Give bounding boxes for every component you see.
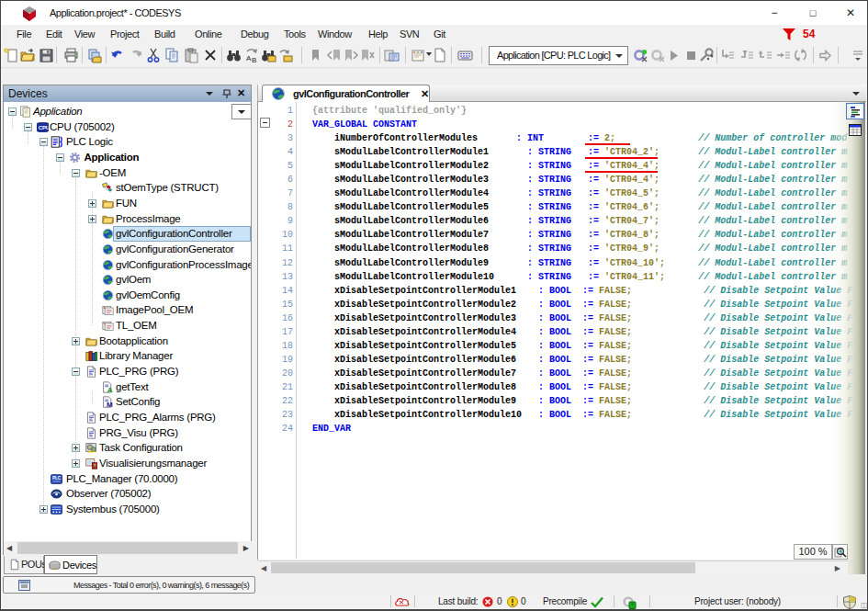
svg-text:PLC: PLC: [52, 476, 62, 481]
svg-text:CPU: CPU: [39, 124, 49, 130]
svg-text:A: A: [107, 386, 112, 393]
svg-text:M: M: [106, 401, 112, 408]
svg-text:B: B: [252, 56, 256, 63]
